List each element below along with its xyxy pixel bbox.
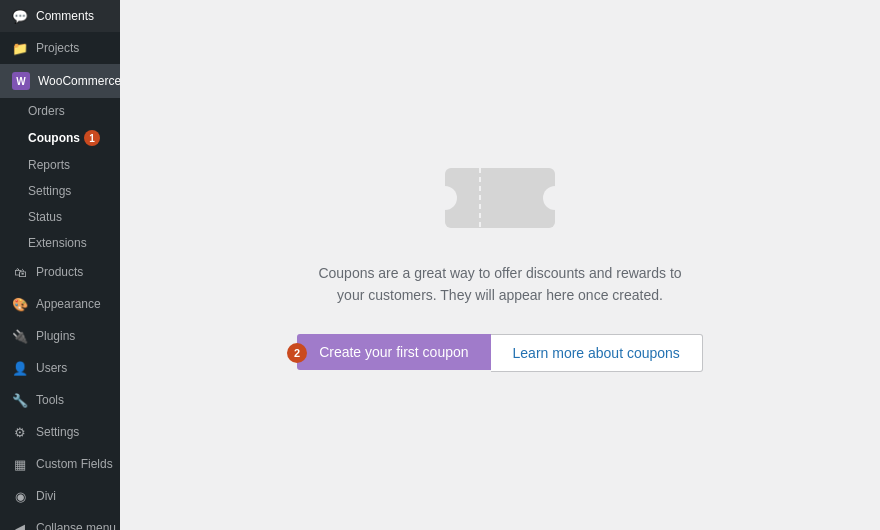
main-content: Coupons are a great way to offer discoun… [120,0,880,530]
submenu-settings[interactable]: Settings [0,178,120,204]
submenu-coupons[interactable]: Coupons 1 [0,124,120,152]
sidebar-item-appearance[interactable]: 🎨 Appearance [0,288,120,320]
plugins-icon: 🔌 [12,328,28,344]
users-icon: 👤 [12,360,28,376]
sidebar-item-label: Products [36,265,83,279]
woocommerce-icon: W [12,72,30,90]
sidebar-item-label: Tools [36,393,64,407]
submenu-reports[interactable]: Reports [0,152,120,178]
sidebar-item-label: Collapse menu [36,521,116,530]
step-badge: 2 [287,343,307,363]
submenu-label: Extensions [28,236,87,250]
submenu-label: Reports [28,158,70,172]
sidebar-item-woocommerce[interactable]: W WooCommerce ◀ [0,64,120,98]
settings-icon: ⚙ [12,424,28,440]
coupon-description: Coupons are a great way to offer discoun… [310,262,690,307]
sidebar-item-settings[interactable]: ⚙ Settings [0,416,120,448]
sidebar-item-label: Users [36,361,67,375]
primary-button-wrapper: 2 Create your first coupon [297,334,490,372]
sidebar-item-label: Plugins [36,329,75,343]
sidebar-item-projects[interactable]: 📁 Projects [0,32,120,64]
comments-icon: 💬 [12,8,28,24]
submenu-label: Orders [28,104,65,118]
sidebar-item-label: Settings [36,425,79,439]
sidebar-item-label: Divi [36,489,56,503]
submenu-orders[interactable]: Orders [0,98,120,124]
sidebar-item-products[interactable]: 🛍 Products [0,256,120,288]
coupon-ticket-icon [440,158,560,238]
sidebar-item-label: Custom Fields [36,457,113,471]
collapse-icon: ◀ [12,520,28,530]
learn-more-button[interactable]: Learn more about coupons [491,334,703,372]
projects-icon: 📁 [12,40,28,56]
submenu-label: Coupons [28,131,80,145]
submenu-extensions[interactable]: Extensions [0,230,120,256]
sidebar-item-label: Comments [36,9,94,23]
products-icon: 🛍 [12,264,28,280]
sidebar-item-users[interactable]: 👤 Users [0,352,120,384]
submenu-label: Status [28,210,62,224]
appearance-icon: 🎨 [12,296,28,312]
divi-icon: ◉ [12,488,28,504]
sidebar-item-tools[interactable]: 🔧 Tools [0,384,120,416]
sidebar-item-comments[interactable]: 💬 Comments [0,0,120,32]
submenu-status[interactable]: Status [0,204,120,230]
sidebar-item-label: WooCommerce [38,74,120,88]
sidebar-item-divi[interactable]: ◉ Divi [0,480,120,512]
sidebar-item-label: Projects [36,41,79,55]
svg-rect-0 [445,168,555,228]
sidebar: 💬 Comments 📁 Projects W WooCommerce ◀ Or… [0,0,120,530]
sidebar-item-label: Appearance [36,297,101,311]
sidebar-item-collapse[interactable]: ◀ Collapse menu [0,512,120,530]
action-buttons: 2 Create your first coupon Learn more ab… [297,334,703,372]
coupons-badge: 1 [84,130,100,146]
sidebar-item-plugins[interactable]: 🔌 Plugins [0,320,120,352]
submenu-label: Settings [28,184,71,198]
sidebar-item-custom-fields[interactable]: ▦ Custom Fields [0,448,120,480]
tools-icon: 🔧 [12,392,28,408]
custom-fields-icon: ▦ [12,456,28,472]
create-coupon-button[interactable]: Create your first coupon [297,334,490,370]
